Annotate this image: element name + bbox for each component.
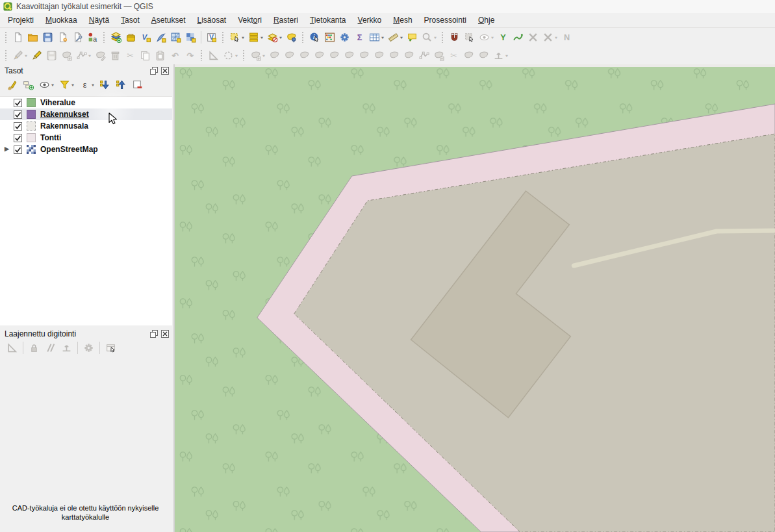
open-layer-styling-button[interactable] <box>6 79 18 91</box>
enable-tracing-button[interactable] <box>512 31 524 44</box>
layer-label[interactable]: Rakennusala <box>40 121 88 131</box>
add-group-button[interactable] <box>22 79 34 91</box>
filter-by-expression-button[interactable]: ε▾ <box>79 79 95 91</box>
trim-extend-dropdown-arrow[interactable]: ▾ <box>505 53 508 57</box>
menu-n-yt-[interactable]: Näytä <box>83 14 115 27</box>
filter-legend-dropdown-arrow[interactable]: ▾ <box>71 82 74 87</box>
add-mesh-layer-button[interactable] <box>170 31 182 44</box>
select-features-dropdown-arrow[interactable]: ▾ <box>242 34 244 39</box>
add-raster-layer-button[interactable] <box>184 31 197 44</box>
layer-visibility-checkbox[interactable] <box>14 110 22 119</box>
current-edits-dropdown-arrow[interactable]: ▾ <box>25 53 27 57</box>
open-project-button[interactable] <box>27 31 39 44</box>
move-feature-dropdown-arrow[interactable]: ▾ <box>262 53 265 57</box>
style-manager-button[interactable]: a <box>86 31 99 44</box>
toggle-editing-button[interactable] <box>31 49 43 62</box>
redo-button[interactable]: ↷ <box>184 49 196 62</box>
measure-dropdown-arrow[interactable]: ▾ <box>400 34 403 39</box>
select-features-button[interactable]: ▾ <box>229 31 245 44</box>
layer-row-rakennukset[interactable]: Rakennukset <box>0 108 172 120</box>
clear-selection-b-dropdown-arrow[interactable]: ▾ <box>555 34 557 39</box>
processing-toolbox-button[interactable] <box>338 31 351 44</box>
statistical-summary-button[interactable]: Σ <box>353 31 366 44</box>
add-postgis-layer-button[interactable] <box>125 31 137 44</box>
topology-checking-button[interactable]: Y <box>497 31 509 44</box>
save-project-button[interactable] <box>42 31 54 44</box>
select-by-location-button[interactable] <box>285 31 298 44</box>
menu-asetukset[interactable]: Asetukset <box>146 14 192 27</box>
layout-manager-button[interactable] <box>71 31 84 44</box>
layer-row-viheralue[interactable]: Viheralue <box>0 97 172 108</box>
menu-vektori[interactable]: Vektori <box>232 14 268 27</box>
merge-features-button[interactable]: ✂ <box>448 49 460 62</box>
add-vector-layer-button[interactable]: V <box>140 31 152 44</box>
open-attribute-table-button[interactable]: ▾ <box>368 31 385 44</box>
expand-all-button[interactable] <box>99 79 111 91</box>
toolbar-grip[interactable] <box>200 49 203 61</box>
undo-button[interactable]: ↶ <box>169 49 181 62</box>
menu-mesh[interactable]: Mesh <box>387 14 418 27</box>
map-tips-button[interactable] <box>406 31 418 44</box>
toolbar-grip[interactable] <box>441 31 444 43</box>
menu-projekti[interactable]: Projekti <box>2 14 40 27</box>
stream-digitizing-dropdown-arrow[interactable]: ▾ <box>235 53 238 57</box>
filter-legend-button[interactable]: ▾ <box>58 79 75 91</box>
layers-panel-close-button[interactable] <box>160 67 170 75</box>
toolbar-grip[interactable] <box>301 31 305 43</box>
layer-visibility-checkbox[interactable] <box>14 122 22 131</box>
advdig-panel-close-button[interactable] <box>160 330 170 338</box>
cut-features-button[interactable]: ✂ <box>124 49 136 62</box>
layer-visibility-checkbox[interactable] <box>14 146 22 154</box>
select-by-value-dropdown-arrow[interactable]: ▾ <box>260 34 263 39</box>
layer-row-rakennusala[interactable]: Rakennusala <box>0 120 172 132</box>
layer-row-openstreetmap[interactable]: ▶OpenStreetMap <box>0 144 172 155</box>
layer-visibility-checkbox[interactable] <box>14 134 22 142</box>
layer-row-tontti[interactable]: Tontti <box>0 132 172 144</box>
data-source-manager-button[interactable] <box>110 31 122 44</box>
zoom-tool-dropdown-arrow[interactable]: ▾ <box>434 34 437 39</box>
manage-map-themes-dropdown-arrow[interactable]: ▾ <box>51 82 54 87</box>
deselect-features-dropdown-arrow[interactable]: ▾ <box>279 34 282 39</box>
menu-tietokanta[interactable]: Tietokanta <box>304 14 352 27</box>
menu-ohje[interactable]: Ohje <box>472 14 500 27</box>
deselect-features-button[interactable]: ▾ <box>266 31 283 44</box>
measure-button[interactable]: ▾ <box>387 31 403 44</box>
select-by-value-button[interactable]: ▾ <box>248 31 264 44</box>
toolbar-grip[interactable] <box>242 49 246 61</box>
map-themes-view-dropdown-arrow[interactable]: ▾ <box>491 34 494 39</box>
remove-layer-button[interactable] <box>131 79 144 91</box>
manage-map-themes-button[interactable]: ▾ <box>38 79 55 91</box>
layers-panel-float-button[interactable] <box>149 67 159 75</box>
expand-arrow-icon[interactable]: ▶ <box>5 146 9 152</box>
add-virtual-layer-button[interactable]: V <box>205 31 218 44</box>
field-calculator-button[interactable] <box>324 31 336 44</box>
toolbar-grip[interactable] <box>222 31 225 43</box>
clear-selection-b-icon <box>542 32 553 43</box>
menu-verkko[interactable]: Verkko <box>352 14 388 27</box>
filter-by-expression-dropdown-arrow[interactable]: ▾ <box>92 82 94 87</box>
menu-tasot[interactable]: Tasot <box>115 14 146 27</box>
menu-muokkaa[interactable]: Muokkaa <box>40 14 83 27</box>
map-canvas[interactable] <box>175 64 775 532</box>
collapse-all-button[interactable] <box>115 79 127 91</box>
layer-visibility-checkbox[interactable] <box>14 99 22 107</box>
azimuth-tool-button[interactable]: N <box>561 31 573 44</box>
menu-lis-osat[interactable]: Lisäosat <box>191 14 232 27</box>
new-print-layout-button[interactable] <box>57 31 69 44</box>
layer-label[interactable]: Tontti <box>40 133 61 142</box>
vertex-tool-dropdown-arrow[interactable]: ▾ <box>88 53 91 57</box>
layer-label[interactable]: Rakennukset <box>40 110 89 119</box>
new-project-button[interactable] <box>12 31 24 44</box>
menu-rasteri[interactable]: Rasteri <box>268 14 304 27</box>
snapping-options-button[interactable] <box>448 31 461 44</box>
add-wfs-layer-button[interactable] <box>155 31 167 44</box>
toolbar-grip[interactable] <box>5 31 8 43</box>
toolbar-grip[interactable] <box>5 49 8 61</box>
identify-features-button[interactable]: i <box>309 31 321 44</box>
advdig-panel-float-button[interactable] <box>149 330 159 338</box>
layer-label[interactable]: OpenStreetMap <box>40 145 98 154</box>
toolbar-grip[interactable] <box>103 31 106 43</box>
open-attribute-table-dropdown-arrow[interactable]: ▾ <box>381 34 384 39</box>
menu-prosessointi[interactable]: Prosessointi <box>418 14 472 27</box>
layer-label[interactable]: Viheralue <box>40 98 75 107</box>
